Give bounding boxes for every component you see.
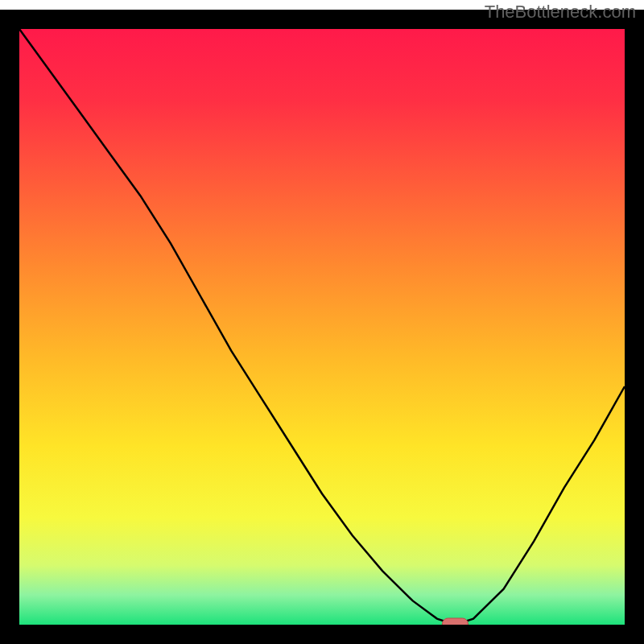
watermark-text: TheBottleneck.com [485,2,636,23]
plot-background [19,29,625,625]
chart-svg [0,0,644,644]
bottleneck-chart: TheBottleneck.com [0,0,644,644]
